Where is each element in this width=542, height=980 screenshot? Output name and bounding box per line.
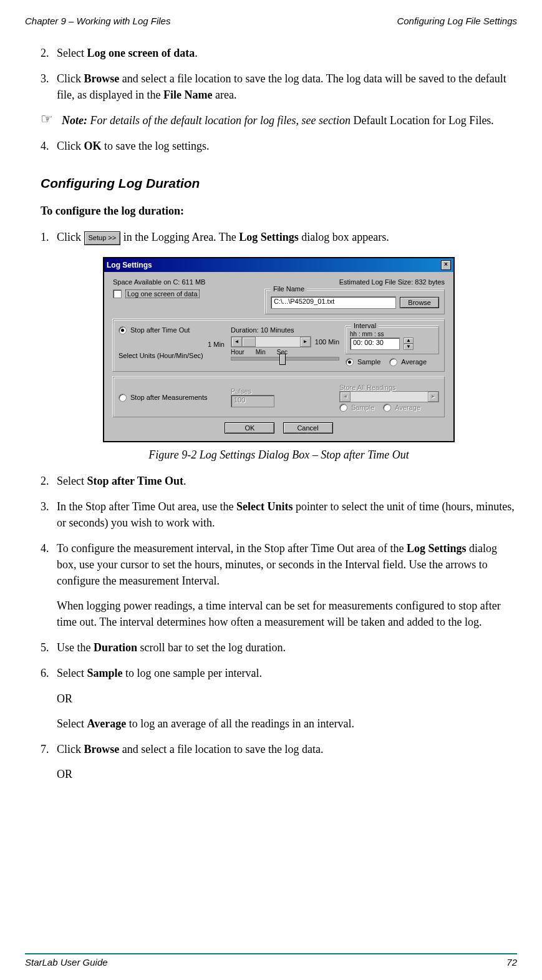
text: Default Location for Log Files <box>353 114 491 127</box>
slider-thumb[interactable] <box>279 354 286 365</box>
scroll-left-icon[interactable]: ◄ <box>231 337 242 347</box>
estimated-size-text: Estimated Log File Size: 832 bytes <box>339 278 445 286</box>
step-4-subtext: When logging power readings, a time inte… <box>57 598 517 630</box>
interval-group-label: Interval <box>351 322 379 329</box>
store-all-label: Store All Readings <box>339 384 439 391</box>
section-heading: Configuring Log Duration <box>41 176 517 191</box>
figure-log-settings: Log Settings × Space Available on C: 611… <box>41 257 517 442</box>
interval-field[interactable]: 00: 00: 30 <box>350 337 400 350</box>
bold-text: Average <box>87 717 126 730</box>
bold-text: Log Settings <box>239 231 299 243</box>
sample-radio[interactable] <box>346 358 354 366</box>
sub-heading: To configure the log duration: <box>41 205 517 218</box>
sample-radio-disabled <box>339 404 347 412</box>
log-one-screen-label: Log one screen of data <box>125 289 200 298</box>
step-number: 3. <box>41 70 57 103</box>
filename-group-label: File Name <box>271 285 307 293</box>
units-slider[interactable] <box>231 357 339 361</box>
scroll-thumb[interactable] <box>242 337 256 347</box>
average-radio-disabled <box>383 404 391 412</box>
setup-button-image: Setup >> <box>84 231 121 245</box>
step-body: Click OK to save the log settings. <box>57 138 517 154</box>
stop-after-measurements-radio[interactable] <box>119 394 127 402</box>
step-body: Use the Duration scroll bar to set the l… <box>57 639 517 656</box>
text: Select <box>57 667 87 679</box>
step-number: 5. <box>41 639 57 656</box>
text: and select a file location to save the l… <box>57 72 506 101</box>
text: Click <box>57 231 84 243</box>
step-bottom-3: 3. In the Stop after Time Out area, use … <box>41 498 517 531</box>
step-body: Select Log one screen of data. <box>57 45 517 61</box>
spinner-down-icon[interactable]: ▼ <box>404 344 414 350</box>
duration-scrollbar[interactable]: ◄ ► <box>231 336 311 347</box>
hundred-min-label: 100 Min <box>315 338 339 346</box>
text: Click <box>57 72 84 85</box>
step-body: Select Stop after Time Out. <box>57 473 517 489</box>
text: and select a file location to save the l… <box>119 743 323 755</box>
step-number: 1. <box>41 229 57 245</box>
spinner-up-icon[interactable]: ▲ <box>404 337 414 344</box>
close-icon[interactable]: × <box>441 260 451 270</box>
step-body: Select Sample to log one sample per inte… <box>57 665 517 731</box>
pointing-hand-icon: ☞ <box>41 112 62 129</box>
step-top-3: 3. Click Browse and select a file locati… <box>41 70 517 103</box>
step-bottom-4: 4. To configure the measurement interval… <box>41 540 517 630</box>
text: . <box>491 114 494 127</box>
ok-button[interactable]: OK <box>225 422 274 434</box>
sample-label-disabled: Sample <box>351 404 374 411</box>
pulses-field: 100 <box>231 395 274 407</box>
step-bottom-5: 5. Use the Duration scroll bar to set th… <box>41 639 517 656</box>
text: . <box>195 47 198 59</box>
hour-label: Hour <box>231 349 244 356</box>
average-radio[interactable] <box>389 358 397 366</box>
text: area. <box>212 89 236 101</box>
step-6-alt: Select Average to log an average of all … <box>57 716 517 732</box>
duration-label: Duration: 10 Minutes <box>231 326 339 334</box>
bold-text: Sample <box>87 667 122 679</box>
scroll-right-icon[interactable]: ► <box>300 337 311 347</box>
step-top-4: 4. Click OK to save the log settings. <box>41 138 517 154</box>
log-one-screen-checkbox[interactable] <box>113 289 122 298</box>
text: For details of the default location for … <box>87 114 353 127</box>
text: Click <box>57 743 84 755</box>
text: to log one sample per interval. <box>123 667 262 679</box>
bold-text: Browse <box>84 72 120 85</box>
text: Use the <box>57 641 94 654</box>
stop-after-measurements-label: Stop after Measurements <box>130 394 208 401</box>
note-label: Note: <box>62 114 87 127</box>
text: to log an average of all the readings in… <box>126 717 354 730</box>
scroll-left-icon: ◄ <box>340 392 351 402</box>
stop-after-timeout-group: Stop after Time Out 1 Min Select Units (… <box>113 319 445 372</box>
filename-field[interactable]: C:\...\P45209_01.txt <box>271 296 396 309</box>
step-bottom-7: 7. Click Browse and select a file locati… <box>41 741 517 782</box>
step-body: To configure the measurement interval, i… <box>57 540 517 630</box>
text: Select <box>57 717 87 730</box>
browse-button[interactable]: Browse <box>400 297 439 308</box>
text: In the Stop after Time Out area, use the <box>57 500 236 513</box>
pulses-label: Pulses <box>231 387 333 395</box>
footer-page-number: 72 <box>506 957 517 968</box>
dialog-title: Log Settings <box>107 261 152 269</box>
text: Click <box>57 140 84 152</box>
stop-after-timeout-radio[interactable] <box>119 326 127 334</box>
or-text: OR <box>57 691 517 707</box>
header-right: Configuring Log File Settings <box>397 16 517 26</box>
text: dialog box appears. <box>299 231 389 243</box>
stop-after-timeout-label: Stop after Time Out <box>130 326 190 334</box>
footer-left: StarLab User Guide <box>25 957 108 968</box>
select-units-label: Select Units (Hour/Min/Sec) <box>119 352 225 359</box>
cancel-button[interactable]: Cancel <box>283 422 333 434</box>
sample-label: Sample <box>357 358 380 366</box>
header-left: Chapter 9 – Working with Log Files <box>25 16 170 26</box>
figure-caption: Figure 9-2 Log Settings Dialog Box – Sto… <box>41 449 517 462</box>
step-body: Click Browse and select a file location … <box>57 70 517 103</box>
bold-text: Duration <box>94 641 137 654</box>
bold-text: Stop after Time Out <box>87 475 183 487</box>
bold-text: Log one screen of data <box>87 47 195 59</box>
text: to save the log settings. <box>102 140 210 152</box>
or-text: OR <box>57 766 517 782</box>
one-min-label: 1 Min <box>208 341 225 348</box>
step-body: Click Browse and select a file location … <box>57 741 517 782</box>
average-label: Average <box>401 358 427 366</box>
text: Select <box>57 475 87 487</box>
